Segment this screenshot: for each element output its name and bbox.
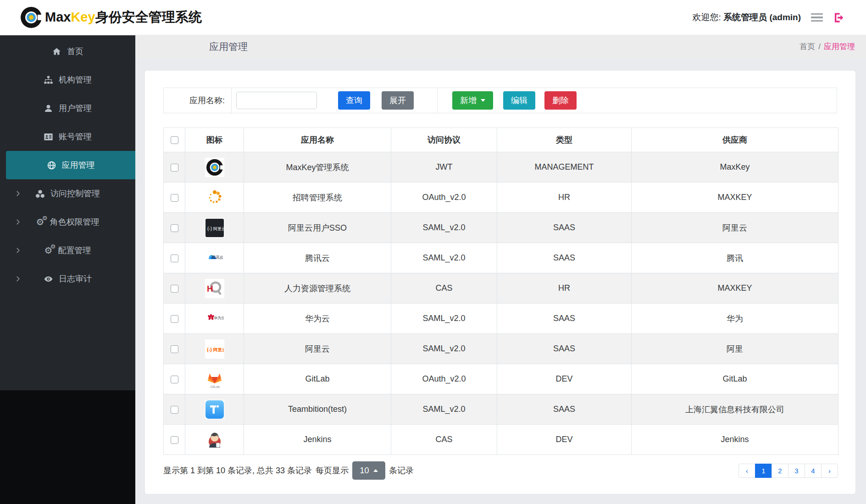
brand: MaxKey身份安全管理系统: [21, 7, 202, 28]
column-header-4: 供应商: [632, 128, 838, 152]
globe-icon: [47, 161, 56, 170]
row-checkbox[interactable]: [171, 436, 178, 444]
svg-text:(-): (-): [207, 226, 212, 231]
table-row[interactable]: Teambition(test)SAML_v2.0SAAS上海汇翼信息科技有限公…: [164, 394, 838, 425]
sidebar-item-home[interactable]: 首页: [0, 37, 135, 66]
hr-logo-icon: H: [205, 279, 224, 298]
menu-toggle-icon[interactable]: [810, 12, 824, 23]
app-name-cell: 招聘管理系统: [244, 183, 391, 213]
app-name-cell: 腾讯云: [244, 243, 391, 273]
sidebar: 首页机构管理用户管理账号管理应用管理访问控制管理⚙⚙角色权限管理⚙⚙配置管理日志…: [0, 35, 135, 504]
breadcrumb-home[interactable]: 首页: [799, 42, 815, 51]
table-row[interactable]: JenkinsCASDEVJenkins: [164, 425, 838, 455]
aliyun-dark-icon: (-)阿里云: [205, 218, 224, 238]
row-checkbox[interactable]: [171, 376, 178, 383]
sidebar-item-access[interactable]: 访问控制管理: [0, 179, 135, 208]
svg-text:阿里云: 阿里云: [213, 347, 224, 352]
chevron-right-icon: [15, 276, 22, 282]
pagination-page-1[interactable]: 1: [755, 464, 772, 478]
row-select-cell: [164, 334, 185, 364]
row-checkbox[interactable]: [171, 285, 178, 293]
breadcrumb: 首页/应用管理: [799, 41, 855, 52]
type-cell: SAAS: [497, 304, 632, 334]
table-row[interactable]: (-)阿里云阿里云SAML_v2.0SAAS阿里: [164, 334, 838, 364]
id-card-icon: [44, 132, 53, 142]
row-checkbox[interactable]: [171, 255, 178, 262]
row-checkbox[interactable]: [171, 345, 178, 353]
pagination-page-3[interactable]: 3: [788, 464, 805, 478]
brand-max: Max: [45, 10, 71, 24]
pagination-page-2[interactable]: 2: [772, 464, 788, 478]
table-row[interactable]: 腾讯云腾讯云SAML_v2.0SAAS腾讯: [164, 243, 838, 273]
delete-button[interactable]: 删除: [544, 91, 577, 110]
row-checkbox[interactable]: [171, 315, 178, 323]
logout-icon[interactable]: [833, 11, 845, 24]
pagination-page-4[interactable]: 4: [805, 464, 822, 478]
pagination: ‹1234›: [738, 464, 838, 478]
page-title: 应用管理: [209, 40, 248, 53]
vendor-cell: MAXKEY: [632, 183, 838, 213]
type-cell: MANAGEMENT: [497, 152, 632, 183]
table-row[interactable]: 招聘管理系统OAuth_v2.0HRMAXKEY: [164, 183, 838, 213]
type-cell: HR: [497, 273, 632, 304]
table-row[interactable]: MaxKey管理系统JWTMANAGEMENTMaxKey: [164, 152, 838, 183]
chevron-right-icon: [15, 247, 22, 254]
row-select-cell: [164, 425, 185, 455]
sidebar-item-config[interactable]: ⚙⚙配置管理: [0, 236, 135, 265]
vendor-cell: MaxKey: [632, 152, 838, 183]
row-checkbox[interactable]: [171, 406, 178, 414]
table-row[interactable]: (-)阿里云阿里云用户SSOSAML_v2.0SAAS阿里云: [164, 213, 838, 243]
sidebar-item-label: 首页: [67, 46, 83, 57]
pagination-next-button[interactable]: ›: [821, 464, 838, 478]
sidebar-item-apps[interactable]: 应用管理: [6, 151, 135, 179]
caret-down-icon: [481, 99, 485, 102]
page-size-dropdown[interactable]: 10: [352, 461, 385, 480]
app-name-cell: 阿里云: [244, 334, 391, 364]
query-button[interactable]: 查询: [338, 91, 370, 110]
row-checkbox[interactable]: [171, 194, 178, 202]
page-titlebar: 应用管理 首页/应用管理: [135, 35, 866, 58]
type-cell: DEV: [497, 364, 632, 394]
expand-button[interactable]: 展开: [382, 91, 414, 110]
row-select-cell: [164, 394, 185, 425]
table-row[interactable]: GitLabGitLabOAuth_v2.0DEVGitLab: [164, 364, 838, 394]
pagination-prev-button[interactable]: ‹: [738, 464, 755, 478]
sidebar-item-roles[interactable]: ⚙⚙角色权限管理: [0, 208, 135, 236]
dots-spinner-icon: [205, 188, 224, 207]
app-name-cell: 人力资源管理系统: [244, 273, 391, 304]
search-input-cell: 查询 展开: [231, 88, 437, 113]
cogs-icon: ⚙⚙: [44, 246, 53, 255]
sidebar-item-org[interactable]: 机构管理: [0, 66, 135, 94]
sidebar-item-audit[interactable]: 日志审计: [0, 265, 135, 293]
type-cell: HR: [497, 183, 632, 213]
row-checkbox[interactable]: [171, 164, 178, 172]
type-cell: SAAS: [497, 213, 632, 243]
svg-text:(-): (-): [207, 347, 212, 352]
summary-text: 显示第 1 到第 10 条记录, 总共 33 条记录: [163, 465, 312, 476]
sidebar-item-accounts[interactable]: 账号管理: [0, 122, 135, 151]
jenkins-icon: [205, 430, 224, 449]
home-icon: [52, 47, 61, 56]
row-checkbox[interactable]: [171, 224, 178, 232]
select-all-checkbox[interactable]: [171, 136, 178, 144]
caret-up-icon: [373, 469, 378, 472]
table-row[interactable]: H人力资源管理系统CASHRMAXKEY: [164, 273, 838, 304]
row-icon-cell: (-)阿里云: [185, 213, 244, 243]
maxkey-logo-icon: [21, 7, 42, 28]
vendor-cell: 阿里云: [632, 213, 838, 243]
sidebar-item-users[interactable]: 用户管理: [0, 94, 135, 122]
type-cell: SAAS: [497, 334, 632, 364]
app-name-cell: Jenkins: [244, 425, 391, 455]
table-row[interactable]: 华为云华为云SAML_v2.0SAAS华为: [164, 304, 838, 334]
brand-suffix: 身份安全管理系统: [95, 10, 202, 24]
row-icon-cell: H: [185, 273, 244, 304]
add-button[interactable]: 新增: [452, 91, 493, 110]
cubes-icon: [35, 189, 45, 199]
sitemap-icon: [44, 75, 53, 85]
vendor-cell: 腾讯: [632, 243, 838, 273]
row-select-cell: [164, 304, 185, 334]
app-name-input[interactable]: [236, 92, 317, 109]
edit-button[interactable]: 编辑: [503, 91, 535, 110]
vendor-cell: Jenkins: [632, 425, 838, 455]
protocol-cell: SAML_v2.0: [391, 304, 497, 334]
